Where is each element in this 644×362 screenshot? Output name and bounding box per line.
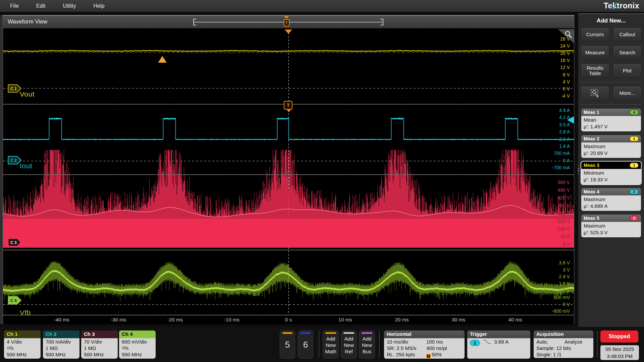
axis-label: 0 V <box>563 302 570 307</box>
meas-1-source-badge: 4 <box>630 110 639 115</box>
screen-capture-button[interactable] <box>581 86 609 100</box>
axis-label: 2.8 A <box>559 129 570 134</box>
time-tick-label: -30 ms <box>111 317 126 322</box>
time-tick-label: 40 ms <box>508 317 522 322</box>
axis-label: 420 V <box>557 195 570 200</box>
horizontal-panel[interactable]: Horizontal 10 ms/div100 ms SR: 2.5 MS/s4… <box>384 330 465 359</box>
channel-label-iout: Iout <box>20 162 32 170</box>
waveform-canvas[interactable] <box>3 28 574 315</box>
add-new-ref-button[interactable]: Add New Ref <box>341 330 357 359</box>
acquisition-panel[interactable]: Acquisition Auto,Analyze Sample: 12 bits… <box>534 330 593 358</box>
more-button[interactable]: More... <box>613 86 642 100</box>
probe-icon <box>7 346 13 350</box>
axis-label: 4 V <box>563 79 570 84</box>
axis-label: 210 V <box>557 219 570 224</box>
add-new-title: Add New... <box>578 17 644 24</box>
ch2-badge[interactable]: Ch 2 700 mA/div 1 MΩ 500 MHz <box>43 330 79 359</box>
axis-label: 1.2 V <box>559 288 570 293</box>
meas-3-source-badge: 1 <box>630 163 639 168</box>
waveform-view-title: Waveform View <box>8 18 47 25</box>
ch1-reference-triangle[interactable] <box>158 56 167 63</box>
axis-label: 140 V <box>557 226 570 232</box>
meas-3-card[interactable]: Meas 3 1 Minimumμ': 19.33 V <box>581 162 641 184</box>
meas-2-card[interactable]: Meas 2 1 Maximumμ': 20.69 V <box>581 135 641 158</box>
ch3-badge[interactable]: Ch 3 70 V/div 1 MΩ 500 MHz <box>81 330 118 359</box>
slice-divider-3 <box>3 250 574 250</box>
waveform-window: Waveform View T <box>3 15 574 324</box>
trigger-top-triangle[interactable] <box>285 29 292 34</box>
time-tick-label: -40 ms <box>54 317 69 322</box>
channel-label-vfb: Vfb <box>20 309 31 315</box>
search-button[interactable]: Search <box>613 46 642 60</box>
menu-utility[interactable]: Utility <box>63 1 76 11</box>
panel-separator <box>580 104 642 105</box>
channel-badge-c4[interactable]: C 4 <box>8 296 22 305</box>
axis-label: 70 V <box>560 234 570 239</box>
time-tick-label: -20 ms <box>167 317 183 322</box>
svg-text:C 1: C 1 <box>10 86 17 91</box>
bottom-bar: Ch 1 4 V/div 500 MHz Ch 2 700 mA/div 1 M… <box>0 327 644 362</box>
ch1-badge[interactable]: Ch 1 4 V/div 500 MHz <box>4 330 41 359</box>
add-new-bus-button[interactable]: Add New Bus <box>359 330 375 359</box>
add-new-math-button[interactable]: Add New Math <box>323 330 339 359</box>
right-panel: Add New... Cursors Callout Measure Searc… <box>578 13 644 328</box>
oscilloscope-app: File Edit Utility Help Tektronix Wavefor… <box>0 0 644 362</box>
panel-drag-handle[interactable]: ⋮⋮ <box>575 166 582 173</box>
falling-edge-icon <box>483 339 491 345</box>
axis-label: 600 mV <box>554 295 570 300</box>
trigger-position-triangle[interactable] <box>284 16 289 19</box>
axis-label: 700 mA <box>554 150 570 156</box>
channel-6-button[interactable]: 6 <box>298 330 313 359</box>
axis-label: 350 V <box>557 203 570 208</box>
meas-4-card[interactable]: Meas 4 2 Maximumμ': 4.689 A <box>581 188 641 211</box>
callout-button[interactable]: Callout <box>613 27 642 42</box>
meas-5-card[interactable]: Meas 5 3 Maximumμ': 525.3 V <box>581 215 641 237</box>
axis-label: 1.8 V <box>559 281 570 286</box>
capture-magnifier-icon <box>590 89 600 98</box>
svg-text:C 2: C 2 <box>10 158 17 163</box>
trigger-source-badge: 2 <box>470 340 480 346</box>
trigger-position-marker[interactable]: T <box>284 19 289 26</box>
ch2-trigger-marker[interactable]: T <box>284 101 292 110</box>
axis-label: 490 V <box>557 187 570 193</box>
time-tick-label: -10 ms <box>224 317 239 322</box>
results-table-button[interactable]: Results Table <box>581 64 609 78</box>
axis-label: 8 V <box>563 72 570 77</box>
cursors-button[interactable]: Cursors <box>581 27 609 42</box>
channel-label-vsw: Vsw <box>20 240 34 248</box>
left-edge-strip <box>0 15 3 324</box>
axis-label: 4.9 A <box>559 108 570 113</box>
axis-label: 16 V <box>560 58 570 63</box>
axis-label: -700 mA <box>552 165 570 170</box>
channel-5-button[interactable]: 5 <box>280 330 295 359</box>
time-tick-label: 10 ms <box>338 317 352 322</box>
waveform-titlebar: Waveform View T <box>3 16 574 28</box>
axis-label: 3.6 V <box>559 260 570 265</box>
run-stop-status[interactable]: Stopped <box>600 330 638 343</box>
menu-edit[interactable]: Edit <box>36 1 46 11</box>
graticule: C 1 Vout C 2 Iout C 3 Vsw C 4 Vfb T <box>3 28 574 315</box>
axis-label: 0 A <box>563 158 570 163</box>
trigger-panel[interactable]: Trigger 2 3.89 A <box>467 330 530 359</box>
measure-button[interactable]: Measure <box>581 46 609 60</box>
time-tick-label: 30 ms <box>452 317 466 322</box>
menu-help[interactable]: Help <box>93 1 104 11</box>
meas-2-source-badge: 1 <box>630 136 639 141</box>
probe-icon <box>122 346 128 350</box>
axis-label: -600 mV <box>552 308 570 314</box>
slice-divider-bottom <box>3 315 574 315</box>
axis-label: 20 V <box>560 51 570 56</box>
datetime-display: 05 Nov 20253:48:03 PM <box>600 345 639 360</box>
time-axis: -40 ms-30 ms-20 ms-10 ms0 s10 ms20 ms30 … <box>3 315 574 324</box>
axis-label: 0 V <box>563 86 570 92</box>
meas-1-card[interactable]: Meas 1 4 Meanμ': 1.457 V <box>581 109 641 131</box>
menu-file[interactable]: File <box>10 1 19 11</box>
ch4-badge[interactable]: Ch 4 600 mV/div 500 MHz <box>119 330 156 359</box>
menu-bar: File Edit Utility Help Tektronix <box>0 0 644 12</box>
plot-button[interactable]: Plot <box>613 64 642 78</box>
time-tick-label: 20 ms <box>395 317 409 322</box>
divider <box>597 331 598 358</box>
axis-label: 3 V <box>563 267 570 273</box>
axis-label: 2.4 V <box>559 274 570 279</box>
trigger-level-arrow[interactable] <box>567 116 574 124</box>
